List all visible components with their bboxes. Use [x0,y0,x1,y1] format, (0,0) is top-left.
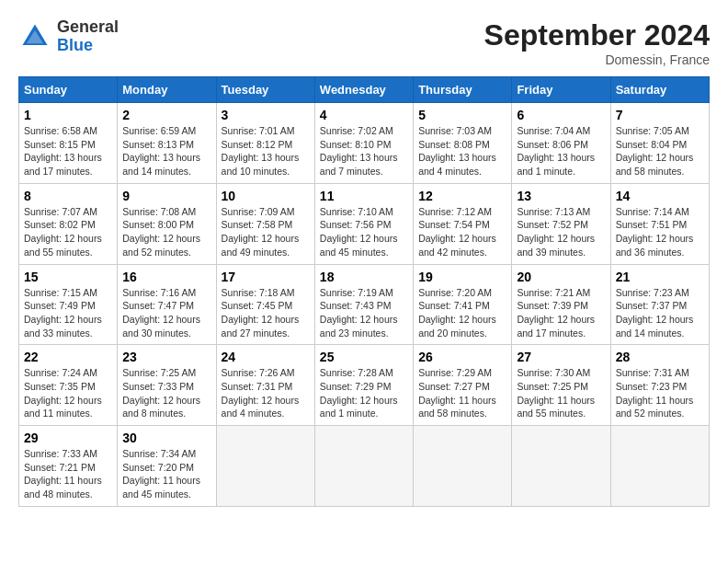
calendar-day-11: 11Sunrise: 7:10 AM Sunset: 7:56 PM Dayli… [314,183,413,264]
empty-cell [610,426,709,507]
day-info: Sunrise: 7:20 AM Sunset: 7:41 PM Dayligh… [418,286,506,340]
calendar-day-10: 10Sunrise: 7:09 AM Sunset: 7:58 PM Dayli… [216,183,314,264]
calendar-day-7: 7Sunrise: 7:05 AM Sunset: 8:04 PM Daylig… [610,103,709,184]
day-number: 26 [418,350,506,364]
calendar-day-5: 5Sunrise: 7:03 AM Sunset: 8:08 PM Daylig… [414,103,512,184]
day-number: 29 [24,431,112,445]
day-info: Sunrise: 7:18 AM Sunset: 7:45 PM Dayligh… [222,286,310,340]
calendar-day-29: 29Sunrise: 7:33 AM Sunset: 7:21 PM Dayli… [19,426,118,507]
calendar-day-8: 8Sunrise: 7:07 AM Sunset: 8:02 PM Daylig… [19,183,118,264]
day-number: 23 [122,350,210,364]
calendar-week-3: 15Sunrise: 7:15 AM Sunset: 7:49 PM Dayli… [19,264,710,345]
calendar-week-5: 29Sunrise: 7:33 AM Sunset: 7:21 PM Dayli… [19,426,710,507]
day-info: Sunrise: 6:59 AM Sunset: 8:13 PM Dayligh… [122,124,210,178]
calendar-header: SundayMondayTuesdayWednesdayThursdayFrid… [19,77,710,103]
day-info: Sunrise: 7:23 AM Sunset: 7:37 PM Dayligh… [616,286,704,340]
header-day-thursday: Thursday [414,77,512,103]
day-info: Sunrise: 7:30 AM Sunset: 7:25 PM Dayligh… [517,366,605,420]
logo: General Blue [18,18,119,55]
day-info: Sunrise: 7:01 AM Sunset: 8:12 PM Dayligh… [222,124,310,178]
day-number: 22 [24,350,112,364]
calendar-day-19: 19Sunrise: 7:20 AM Sunset: 7:41 PM Dayli… [414,264,512,345]
day-info: Sunrise: 7:26 AM Sunset: 7:31 PM Dayligh… [222,366,310,420]
empty-cell [314,426,413,507]
calendar-day-12: 12Sunrise: 7:12 AM Sunset: 7:54 PM Dayli… [414,183,512,264]
header-day-wednesday: Wednesday [314,77,413,103]
calendar-day-24: 24Sunrise: 7:26 AM Sunset: 7:31 PM Dayli… [216,345,314,426]
day-info: Sunrise: 7:05 AM Sunset: 8:04 PM Dayligh… [616,124,704,178]
calendar-day-4: 4Sunrise: 7:02 AM Sunset: 8:10 PM Daylig… [314,103,413,184]
logo-text: General Blue [57,18,119,55]
day-number: 7 [616,108,704,122]
calendar-day-17: 17Sunrise: 7:18 AM Sunset: 7:45 PM Dayli… [216,264,314,345]
day-info: Sunrise: 7:28 AM Sunset: 7:29 PM Dayligh… [320,366,408,420]
header-day-monday: Monday [118,77,216,103]
month-title: September 2024 [484,18,710,52]
day-number: 9 [122,189,210,203]
day-number: 14 [616,189,704,203]
day-info: Sunrise: 7:02 AM Sunset: 8:10 PM Dayligh… [320,124,408,178]
day-info: Sunrise: 7:25 AM Sunset: 7:33 PM Dayligh… [122,366,210,420]
day-info: Sunrise: 7:34 AM Sunset: 7:20 PM Dayligh… [122,447,210,501]
day-info: Sunrise: 7:19 AM Sunset: 7:43 PM Dayligh… [320,286,408,340]
calendar-day-21: 21Sunrise: 7:23 AM Sunset: 7:37 PM Dayli… [610,264,709,345]
day-info: Sunrise: 7:08 AM Sunset: 8:00 PM Dayligh… [122,205,210,259]
calendar-day-20: 20Sunrise: 7:21 AM Sunset: 7:39 PM Dayli… [512,264,610,345]
day-number: 5 [418,108,506,122]
empty-cell [414,426,512,507]
day-info: Sunrise: 6:58 AM Sunset: 8:15 PM Dayligh… [24,124,112,178]
day-info: Sunrise: 7:09 AM Sunset: 7:58 PM Dayligh… [222,205,310,259]
day-number: 24 [222,350,310,364]
calendar-week-2: 8Sunrise: 7:07 AM Sunset: 8:02 PM Daylig… [19,183,710,264]
location: Domessin, France [484,52,710,67]
page-header: General Blue September 2024 Domessin, Fr… [18,18,710,67]
day-number: 27 [517,350,605,364]
day-number: 8 [24,189,112,203]
header-day-friday: Friday [512,77,610,103]
day-info: Sunrise: 7:33 AM Sunset: 7:21 PM Dayligh… [24,447,112,501]
calendar-day-13: 13Sunrise: 7:13 AM Sunset: 7:52 PM Dayli… [512,183,610,264]
day-number: 17 [222,270,310,284]
title-block: September 2024 Domessin, France [484,18,710,67]
day-number: 16 [122,270,210,284]
day-number: 21 [616,270,704,284]
day-number: 19 [418,270,506,284]
day-number: 10 [222,189,310,203]
calendar-day-23: 23Sunrise: 7:25 AM Sunset: 7:33 PM Dayli… [118,345,216,426]
calendar-day-9: 9Sunrise: 7:08 AM Sunset: 8:00 PM Daylig… [118,183,216,264]
calendar-day-22: 22Sunrise: 7:24 AM Sunset: 7:35 PM Dayli… [19,345,118,426]
day-number: 2 [122,108,210,122]
calendar-day-26: 26Sunrise: 7:29 AM Sunset: 7:27 PM Dayli… [414,345,512,426]
day-number: 18 [320,270,408,284]
calendar-body: 1Sunrise: 6:58 AM Sunset: 8:15 PM Daylig… [19,103,710,507]
calendar-day-1: 1Sunrise: 6:58 AM Sunset: 8:15 PM Daylig… [19,103,118,184]
header-day-sunday: Sunday [19,77,118,103]
day-info: Sunrise: 7:04 AM Sunset: 8:06 PM Dayligh… [517,124,605,178]
calendar-day-3: 3Sunrise: 7:01 AM Sunset: 8:12 PM Daylig… [216,103,314,184]
calendar-week-4: 22Sunrise: 7:24 AM Sunset: 7:35 PM Dayli… [19,345,710,426]
day-info: Sunrise: 7:31 AM Sunset: 7:23 PM Dayligh… [616,366,704,420]
day-info: Sunrise: 7:12 AM Sunset: 7:54 PM Dayligh… [418,205,506,259]
day-number: 3 [222,108,310,122]
day-number: 25 [320,350,408,364]
day-number: 30 [122,431,210,445]
day-info: Sunrise: 7:13 AM Sunset: 7:52 PM Dayligh… [517,205,605,259]
day-info: Sunrise: 7:10 AM Sunset: 7:56 PM Dayligh… [320,205,408,259]
calendar-day-6: 6Sunrise: 7:04 AM Sunset: 8:06 PM Daylig… [512,103,610,184]
calendar-day-25: 25Sunrise: 7:28 AM Sunset: 7:29 PM Dayli… [314,345,413,426]
day-info: Sunrise: 7:07 AM Sunset: 8:02 PM Dayligh… [24,205,112,259]
calendar-table: SundayMondayTuesdayWednesdayThursdayFrid… [18,76,710,507]
logo-blue: Blue [57,36,93,54]
day-info: Sunrise: 7:15 AM Sunset: 7:49 PM Dayligh… [24,286,112,340]
day-info: Sunrise: 7:29 AM Sunset: 7:27 PM Dayligh… [418,366,506,420]
calendar-day-14: 14Sunrise: 7:14 AM Sunset: 7:51 PM Dayli… [610,183,709,264]
header-day-tuesday: Tuesday [216,77,314,103]
calendar-day-16: 16Sunrise: 7:16 AM Sunset: 7:47 PM Dayli… [118,264,216,345]
header-row: SundayMondayTuesdayWednesdayThursdayFrid… [19,77,710,103]
calendar-day-30: 30Sunrise: 7:34 AM Sunset: 7:20 PM Dayli… [118,426,216,507]
day-number: 11 [320,189,408,203]
day-number: 4 [320,108,408,122]
calendar-week-1: 1Sunrise: 6:58 AM Sunset: 8:15 PM Daylig… [19,103,710,184]
day-info: Sunrise: 7:24 AM Sunset: 7:35 PM Dayligh… [24,366,112,420]
day-number: 28 [616,350,704,364]
